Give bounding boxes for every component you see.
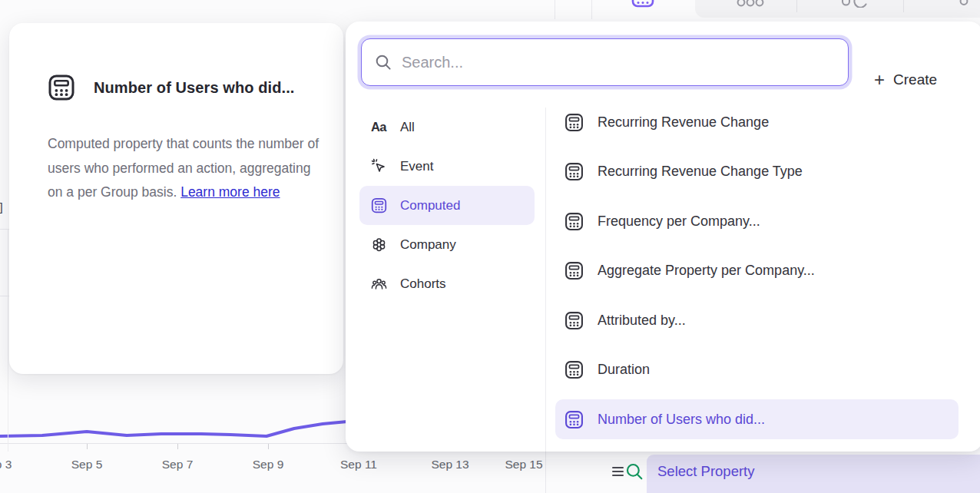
property-label: Recurring Revenue Change Type [598,164,803,180]
property-label: Frequency per Company... [598,213,760,230]
top-divider [555,0,555,19]
search-icon [374,53,392,71]
property-row[interactable]: Recurring Revenue Change [555,102,958,142]
clipped-background-label: y] [0,200,3,213]
select-property-field[interactable]: Select Property [647,455,980,493]
axis-label: Sep 13 [431,458,468,471]
property-tooltip-card: Number of Users who did... Computed prop… [9,23,343,374]
background-divider [8,229,8,452]
category-label: Company [400,237,456,253]
category-item-event[interactable]: Event [359,147,535,186]
property-row[interactable]: Aggregate Property per Company... [555,250,958,290]
axis-label: Sep 9 [253,458,284,471]
property-row[interactable]: Attributed by... [555,300,958,340]
text-format-icon: Aa [370,119,387,136]
drag-handle-icon[interactable] [612,467,624,477]
tab-strip [695,0,980,18]
tab-retention-curve-icon[interactable] [841,0,867,8]
property-row-selected[interactable]: Number of Users who did... [555,399,958,439]
calculator-icon [564,212,584,231]
property-label: Duration [598,362,650,378]
metric-line [0,422,347,436]
tooltip-description: Computed property that counts the number… [48,132,323,205]
property-picker-dropdown: + Create Aa All Event Computed Company [346,22,980,452]
calculator-icon [564,311,584,330]
category-label: Computed [400,198,460,213]
learn-more-link[interactable]: Learn more here [180,184,280,200]
company-cluster-icon [370,237,387,253]
select-property-label: Select Property [657,463,754,480]
property-row[interactable]: Duration [555,349,958,389]
column-divider [545,108,546,452]
background-divider [545,452,546,493]
category-label: Cohorts [400,276,446,292]
calculator-icon [48,74,75,101]
category-item-all[interactable]: Aa All [359,108,535,147]
tab-three-circles-icon[interactable] [736,0,766,7]
property-label: Attributed by... [598,313,686,329]
property-label: Number of Users who did... [598,412,765,428]
app-screen: Sep 3 Sep 5 Sep 7 Sep 9 Sep 11 Sep 13 Se… [0,0,980,493]
axis-label: Sep 15 [505,458,542,471]
axis-label: Sep 11 [340,458,377,471]
category-list: Aa All Event Computed Company Cohorts [359,108,535,303]
calculator-icon [564,360,584,379]
tab-divider [903,0,904,12]
tab-small-circle-icon[interactable] [959,0,968,5]
property-label: Recurring Revenue Change [598,114,769,131]
cursor-sparkle-icon [370,158,387,175]
category-item-cohorts[interactable]: Cohorts [359,264,535,303]
axis-tick [177,444,178,449]
axis-label: Sep 3 [0,458,12,471]
axis-tick [87,444,88,449]
cohorts-people-icon [370,276,387,293]
category-item-computed[interactable]: Computed [359,186,535,225]
tab-active-calculator-icon[interactable] [631,0,654,8]
calculator-icon [564,162,584,181]
tab-divider [796,0,797,12]
property-label: Aggregate Property per Company... [598,263,815,279]
category-item-company[interactable]: Company [359,225,535,264]
property-list: Recurring Revenue Change Recurring Reven… [555,22,960,452]
calculator-icon [370,197,387,214]
top-divider [591,0,592,19]
category-label: All [400,120,415,135]
axis-label: Sep 5 [71,458,103,471]
tooltip-title: Number of Users who did... [94,79,295,97]
event-search-icon [624,462,644,481]
metric-line-chart [0,415,349,445]
property-row[interactable]: Frequency per Company... [555,201,958,241]
calculator-icon [564,113,584,132]
calculator-icon [564,261,584,280]
axis-tick [268,444,269,449]
calculator-icon [564,410,584,429]
property-row[interactable]: Recurring Revenue Change Type [555,151,958,191]
axis-label: Sep 7 [162,458,194,471]
category-label: Event [400,159,433,174]
